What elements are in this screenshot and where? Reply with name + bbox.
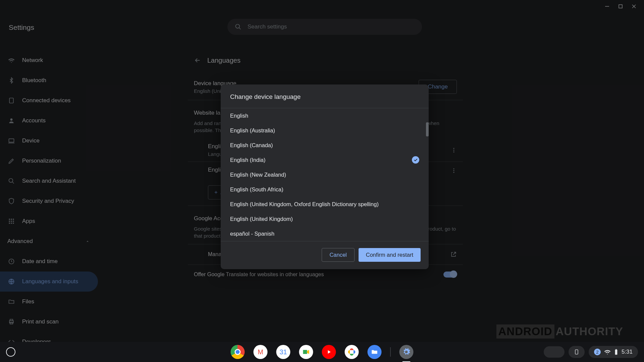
svg-rect-32 xyxy=(575,350,578,354)
notification-badge: 2 xyxy=(594,349,601,356)
gmail-app-icon[interactable]: M xyxy=(254,345,268,359)
language-option[interactable]: English (United Kingdom) xyxy=(221,212,429,226)
account-avatar[interactable] xyxy=(544,346,565,358)
change-language-dialog: Change device language English English (… xyxy=(221,84,429,269)
chrome-app-icon[interactable] xyxy=(231,345,245,359)
language-option[interactable]: English (Australia) xyxy=(221,123,429,138)
shelf: M 31 2 5:31 xyxy=(0,342,644,362)
language-option[interactable]: English (South Africa) xyxy=(221,182,429,197)
language-option-selected[interactable]: English (India) xyxy=(221,153,429,167)
settings-app-icon[interactable] xyxy=(399,345,414,359)
confirm-restart-button[interactable]: Confirm and restart xyxy=(359,248,421,262)
svg-rect-34 xyxy=(615,349,616,350)
check-icon xyxy=(412,156,419,164)
cancel-button[interactable]: Cancel xyxy=(322,248,354,262)
language-option[interactable]: English (Canada) xyxy=(221,138,429,153)
language-list[interactable]: English English (Australia) English (Can… xyxy=(221,108,429,241)
phone-hub-button[interactable] xyxy=(569,346,585,358)
wifi-icon xyxy=(604,349,611,355)
language-option[interactable]: English (United Kingdom, Oxford English … xyxy=(221,197,429,212)
language-option[interactable]: English (New Zealand) xyxy=(221,167,429,182)
svg-rect-33 xyxy=(615,350,618,355)
calendar-app-icon[interactable]: 31 xyxy=(276,345,290,359)
clock: 5:31 xyxy=(622,349,633,355)
meet-app-icon[interactable] xyxy=(299,345,313,359)
files-app-icon[interactable] xyxy=(368,345,382,359)
language-option[interactable]: español - Spanish xyxy=(221,226,429,241)
status-tray[interactable]: 2 5:31 xyxy=(589,346,638,358)
youtube-app-icon[interactable] xyxy=(322,345,336,359)
language-option[interactable]: English xyxy=(221,108,429,123)
dialog-title: Change device language xyxy=(221,84,429,108)
battery-icon xyxy=(614,349,618,355)
photos-app-icon[interactable] xyxy=(345,345,359,359)
launcher-button[interactable] xyxy=(6,347,15,357)
scrollbar-thumb[interactable] xyxy=(426,122,429,136)
